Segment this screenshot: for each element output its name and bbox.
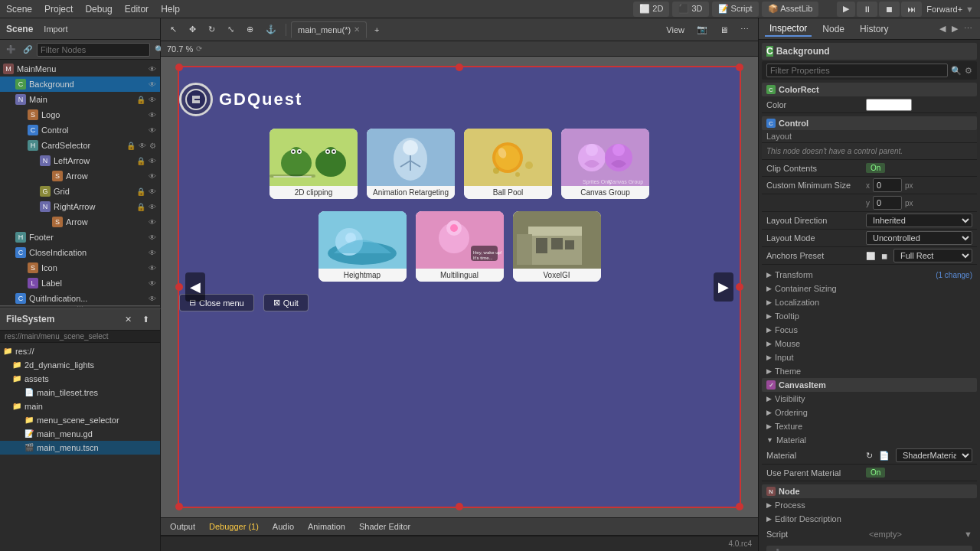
tab-node[interactable]: Node	[818, 22, 849, 36]
input-collapsible[interactable]: ▶ Input	[762, 350, 977, 364]
menu-editor[interactable]: Editor	[125, 4, 149, 15]
section-control-header[interactable]: C Control	[762, 116, 977, 130]
tree-item-grid[interactable]: G Grid 🔒 👁	[0, 184, 160, 199]
tab-debugger[interactable]: Debugger (1)	[203, 519, 265, 534]
tree-item-label[interactable]: L Label 👁	[0, 276, 160, 291]
add-node-btn[interactable]: ➕	[3, 44, 18, 55]
icon-eye-btn[interactable]: 👁	[148, 264, 157, 272]
arrow2-eye-btn[interactable]: 👁	[148, 218, 157, 227]
tree-item-cardselector[interactable]: H CardSelector 🔒 👁 ⚙	[0, 138, 160, 153]
game-card-anim[interactable]: Animation Retargeting	[367, 129, 455, 199]
inspector-more-btn[interactable]: ⋯	[962, 22, 974, 35]
nav-left-btn[interactable]: ◀	[185, 272, 205, 302]
view-btn[interactable]: View	[662, 21, 689, 38]
cardselector-more-btn[interactable]: ⚙	[149, 142, 157, 150]
tree-item-footer[interactable]: H Footer 👁	[0, 230, 160, 245]
fs-item-main-gd[interactable]: 📝 main_menu.gd	[0, 427, 160, 441]
tab-inspector[interactable]: Inspector	[765, 21, 812, 37]
tree-item-main[interactable]: N Main 🔒 👁	[0, 92, 160, 107]
material-collapsible[interactable]: ▼ Material	[762, 433, 977, 447]
grid-vis-btn[interactable]: 🔒	[136, 187, 146, 196]
tree-item-leftarrow[interactable]: N LeftArrow 🔒 👁	[0, 153, 160, 168]
process-collapsible[interactable]: ▶ Process	[762, 498, 977, 512]
handle-bl[interactable]	[175, 503, 183, 510]
instance-btn[interactable]: 🔗	[20, 44, 35, 55]
quitindication-eye-btn[interactable]: 👁	[148, 295, 157, 303]
handle-tl[interactable]	[175, 64, 183, 71]
fs-layout-btn[interactable]: ⬆	[138, 313, 154, 326]
fs-item-res[interactable]: 📁 res://	[0, 344, 160, 358]
tab-output[interactable]: Output	[164, 519, 201, 534]
main-eye-btn[interactable]: 👁	[148, 96, 157, 104]
fs-item-2d[interactable]: 📁 2d_dynamic_lights	[0, 358, 160, 372]
vp-anchor-btn[interactable]: ⚓	[261, 21, 281, 38]
script-dropdown-btn[interactable]: ▼	[964, 530, 972, 539]
viewport-tab-close[interactable]: ✕	[354, 25, 360, 34]
visibility-collapsible[interactable]: ▶ Visibility	[762, 392, 977, 406]
min-size-y-input[interactable]	[873, 196, 902, 210]
section-node-header[interactable]: N Node	[762, 484, 977, 498]
menu-debug[interactable]: Debug	[85, 4, 112, 15]
texture-collapsible[interactable]: ▶ Texture	[762, 419, 977, 433]
tree-item-closeindication[interactable]: C CloseIndication 👁	[0, 245, 160, 260]
tab-shader[interactable]: Shader Editor	[353, 519, 416, 534]
closeindication-eye-btn[interactable]: 👁	[148, 249, 157, 257]
tab-history[interactable]: History	[855, 22, 893, 36]
scene-search-input[interactable]	[37, 43, 150, 57]
nav-right-btn[interactable]: ▶	[714, 272, 733, 302]
vp-more-btn[interactable]: ⋯	[736, 21, 753, 38]
section-canvasitem-header[interactable]: ✓ CanvasItem	[762, 378, 977, 392]
vp-pivot-btn[interactable]: ⊕	[242, 21, 258, 38]
game-card-voxel[interactable]: VoxelGI	[513, 211, 601, 282]
add-metadata-btn[interactable]: ➕ Add Metadata	[766, 546, 972, 551]
fs-item-main[interactable]: 📁 main	[0, 399, 160, 413]
step-btn[interactable]: ⏭	[901, 2, 922, 17]
leftarrow-vis-btn[interactable]: 🔒	[136, 157, 146, 165]
tree-item-control[interactable]: C Control 👁	[0, 122, 160, 138]
game-card-ball[interactable]: Ball Pool	[464, 129, 552, 199]
rightarrow-vis-btn[interactable]: 🔒	[136, 203, 146, 211]
tree-item-quitindication[interactable]: C QuitIndication... 👁	[0, 291, 160, 305]
background-eye-btn[interactable]: 👁	[148, 80, 157, 89]
tree-item-icon[interactable]: S Icon 👁	[0, 260, 160, 276]
quit-btn[interactable]: ⊠ Quit	[263, 294, 309, 311]
filter-properties-input[interactable]	[766, 64, 948, 77]
tree-item-arrow2[interactable]: S Arrow 👁	[0, 214, 160, 230]
handle-mr[interactable]	[736, 283, 743, 291]
grid-eye-btn[interactable]: 👁	[148, 187, 157, 196]
rightarrow-eye-btn[interactable]: 👁	[148, 203, 157, 211]
menu-project[interactable]: Project	[44, 4, 73, 15]
mode-script-btn[interactable]: 📝 Script	[712, 2, 759, 17]
anchors-preset-select[interactable]: Full Rect	[893, 249, 972, 262]
stop-btn[interactable]: ⏹	[879, 2, 900, 17]
cardselector-eye-btn[interactable]: 👁	[138, 142, 147, 150]
menu-scene[interactable]: Scene	[6, 4, 32, 15]
focus-collapsible[interactable]: ▶ Focus	[762, 323, 977, 337]
tooltip-collapsible[interactable]: ▶ Tooltip	[762, 309, 977, 323]
game-card-multi[interactable]: Hey, wake up! It's time... Multilingual	[416, 211, 504, 282]
pause-btn[interactable]: ⏸	[857, 2, 877, 17]
inspector-back-btn[interactable]: ◀	[938, 22, 947, 35]
logo-eye-btn[interactable]: 👁	[148, 111, 157, 119]
vp-rotate-btn[interactable]: ↻	[204, 21, 220, 38]
tree-item-background[interactable]: C Background 👁	[0, 77, 160, 92]
handle-tr[interactable]	[736, 64, 743, 71]
theme-collapsible[interactable]: ▶ Theme	[762, 364, 977, 378]
filter-search-icon[interactable]: 🔍	[951, 66, 962, 76]
viewport-canvas[interactable]: GDQuest ◀ ▶	[161, 57, 758, 517]
material-select[interactable]: ShaderMaterial	[896, 448, 972, 462]
mode-assetlib-btn[interactable]: 📦 AssetLib	[762, 2, 819, 17]
ordering-collapsible[interactable]: ▶ Ordering	[762, 406, 977, 419]
mainmenu-eye-btn[interactable]: 👁	[148, 65, 157, 73]
editor-desc-collapsible[interactable]: ▶ Editor Description	[762, 512, 977, 526]
footer-eye-btn[interactable]: 👁	[148, 233, 157, 242]
mode-2d-btn[interactable]: ⬜ 2D	[633, 2, 669, 17]
filter-options-btn[interactable]: ⚙	[965, 66, 972, 76]
game-card-canvas[interactable]: Sprites Only Canvas Group Canvas Group	[561, 129, 649, 199]
tree-item-rightarrow[interactable]: N RightArrow 🔒 👁	[0, 199, 160, 214]
tab-audio[interactable]: Audio	[266, 519, 300, 534]
play-btn[interactable]: ▶	[837, 2, 855, 17]
vp-add-tab-btn[interactable]: +	[370, 21, 384, 38]
vp-cam-btn[interactable]: 📷	[692, 21, 712, 38]
localization-collapsible[interactable]: ▶ Localization	[762, 295, 977, 309]
